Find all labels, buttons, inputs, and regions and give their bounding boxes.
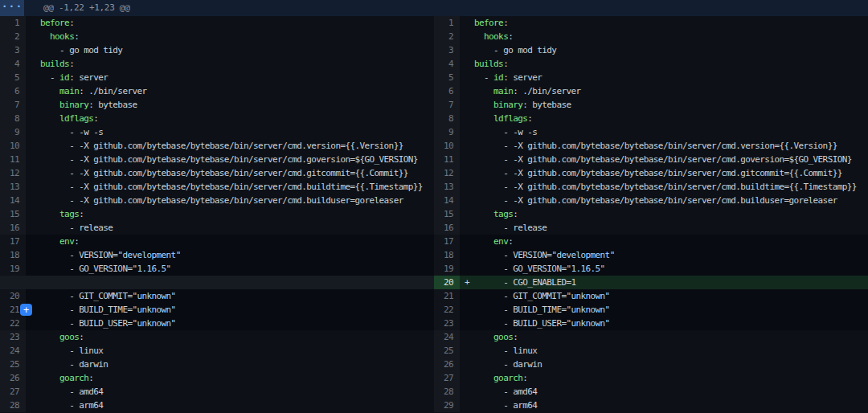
line-number[interactable]: 28 — [434, 385, 460, 399]
diff-marker — [460, 112, 474, 125]
code-text: binary: bytebase — [40, 98, 434, 112]
diff-marker — [460, 235, 474, 248]
line-number[interactable]: 29 — [434, 399, 460, 412]
line-number[interactable]: 14 — [434, 194, 460, 207]
code-text: tags: — [474, 207, 868, 221]
line-number[interactable]: 9 — [434, 125, 460, 139]
line-number[interactable]: 1 — [0, 16, 26, 30]
code-text: builds: — [474, 57, 868, 71]
line-number[interactable]: 15 — [434, 207, 460, 221]
diff-line-left-24: 24 - linux — [0, 344, 434, 358]
line-number[interactable]: 22 — [0, 317, 26, 330]
line-number[interactable]: 28 — [0, 399, 26, 412]
line-number[interactable]: 8 — [434, 112, 460, 125]
line-number[interactable]: 26 — [434, 358, 460, 371]
diff-line-right-5: 5 - id: server — [434, 71, 868, 84]
line-number[interactable]: 15 — [0, 207, 26, 221]
line-number[interactable]: 7 — [0, 98, 26, 112]
line-number[interactable]: 25 — [434, 344, 460, 358]
line-number[interactable]: 12 — [434, 166, 460, 180]
code-text: - release — [40, 221, 434, 235]
diff-marker — [460, 317, 474, 330]
diff-line-left-27: 27 - amd64 — [0, 385, 434, 399]
line-number[interactable]: 17 — [434, 235, 460, 248]
code-text: - -X github.com/bytebase/bytebase/bin/se… — [474, 194, 868, 207]
line-number[interactable]: 17 — [0, 235, 26, 248]
diff-marker — [460, 221, 474, 235]
line-number[interactable]: 6 — [0, 84, 26, 98]
diff-marker — [460, 399, 474, 412]
line-number[interactable]: 20 — [0, 289, 26, 303]
diff-marker — [460, 371, 474, 385]
diff-marker — [26, 358, 40, 371]
diff-line-right-22: 22 - BUILD_TIME="unknown" — [434, 303, 868, 317]
line-number[interactable]: 9 — [0, 125, 26, 139]
line-number[interactable]: 21 — [434, 289, 460, 303]
diff-line-right-3: 3 - go mod tidy — [434, 43, 868, 57]
line-number[interactable]: 16 — [434, 221, 460, 235]
diff-line-left-21: 21 - BUILD_TIME="unknown"+ — [0, 303, 434, 317]
diff-line-right-15: 15 tags: — [434, 207, 868, 221]
line-number[interactable]: 12 — [0, 166, 26, 180]
line-number[interactable]: 23 — [0, 330, 26, 344]
line-number[interactable]: 13 — [434, 180, 460, 194]
diff-pane-old: 1before:2 hooks:3 - go mod tidy4builds:5… — [0, 16, 434, 412]
diff-marker — [26, 262, 40, 276]
line-number[interactable]: 10 — [0, 139, 26, 153]
line-number[interactable]: 27 — [434, 371, 460, 385]
line-number[interactable]: 5 — [0, 71, 26, 84]
code-text: - BUILD_TIME="unknown" — [40, 303, 434, 317]
diff-line-left-18: 18 - VERSION="development" — [0, 248, 434, 262]
line-number[interactable]: 23 — [434, 317, 460, 330]
code-text: env: — [40, 235, 434, 248]
diff-line-right-2: 2 hooks: — [434, 30, 868, 43]
line-number[interactable]: 22 — [434, 303, 460, 317]
code-text: hooks: — [40, 30, 434, 43]
line-number[interactable]: 11 — [0, 153, 26, 166]
line-number[interactable]: 4 — [0, 57, 26, 71]
line-number[interactable]: 1 — [434, 16, 460, 30]
line-number[interactable]: 18 — [0, 248, 26, 262]
diff-line-left-2: 2 hooks: — [0, 30, 434, 43]
line-number[interactable]: 27 — [0, 385, 26, 399]
line-number[interactable]: 19 — [0, 262, 26, 276]
line-number[interactable]: 19 — [434, 262, 460, 276]
line-number[interactable]: 20 — [434, 276, 460, 289]
line-number[interactable]: 26 — [0, 371, 26, 385]
code-text: - go mod tidy — [40, 43, 434, 57]
code-text: - VERSION="development" — [474, 248, 868, 262]
add-comment-button[interactable]: + — [20, 304, 32, 316]
line-number[interactable]: 14 — [0, 194, 26, 207]
line-number[interactable]: 6 — [434, 84, 460, 98]
line-number[interactable]: 13 — [0, 180, 26, 194]
line-number[interactable]: 24 — [0, 344, 26, 358]
line-number[interactable]: 24 — [434, 330, 460, 344]
line-number[interactable]: 10 — [434, 139, 460, 153]
line-number[interactable]: 3 — [434, 43, 460, 57]
expand-diff-button[interactable]: ··· — [0, 0, 24, 16]
diff-marker — [460, 98, 474, 112]
diff-marker — [26, 399, 40, 412]
addition-marker: + — [460, 276, 474, 289]
diff-line-left-10: 10 - -X github.com/bytebase/bytebase/bin… — [0, 139, 434, 153]
line-number[interactable]: 5 — [434, 71, 460, 84]
diff-line-left-28: 28 - arm64 — [0, 399, 434, 412]
line-number[interactable]: 8 — [0, 112, 26, 125]
diff-line-left-25: 25 - darwin — [0, 358, 434, 371]
diff-marker — [26, 235, 40, 248]
line-number[interactable]: 4 — [434, 57, 460, 71]
line-number[interactable]: 16 — [0, 221, 26, 235]
line-number[interactable]: 2 — [434, 30, 460, 43]
diff-marker — [26, 57, 40, 71]
code-text: - -X github.com/bytebase/bytebase/bin/se… — [474, 153, 868, 166]
diff-line-right-10: 10 - -X github.com/bytebase/bytebase/bin… — [434, 139, 868, 153]
line-number[interactable]: 2 — [0, 30, 26, 43]
line-number[interactable]: 7 — [434, 98, 460, 112]
line-number[interactable]: 3 — [0, 43, 26, 57]
line-number[interactable]: 11 — [434, 153, 460, 166]
line-number[interactable]: 18 — [434, 248, 460, 262]
code-text: - BUILD_USER="unknown" — [474, 317, 868, 330]
code-text: goarch: — [474, 371, 868, 385]
line-number[interactable]: 25 — [0, 358, 26, 371]
diff-line-left-11: 11 - -X github.com/bytebase/bytebase/bin… — [0, 153, 434, 166]
